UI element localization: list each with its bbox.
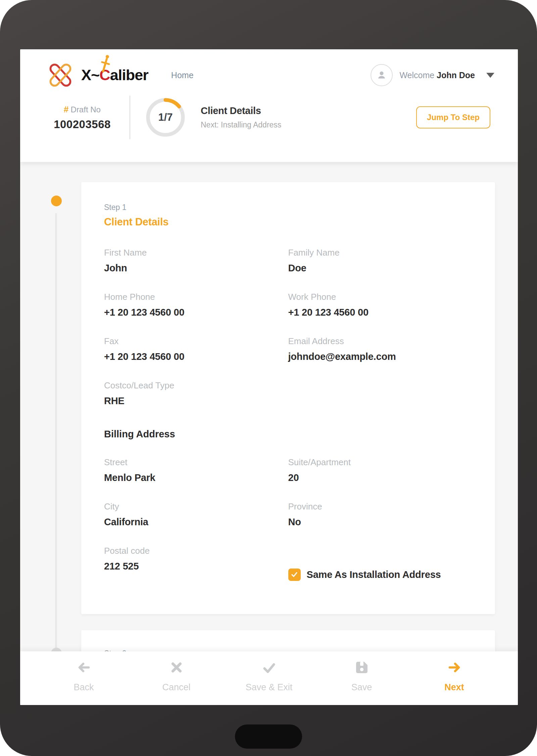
step1-label: Step 1 [104, 203, 472, 212]
user-name: John Doe [437, 70, 475, 80]
field-home-phone[interactable]: Home Phone +1 20 123 4560 00 [104, 292, 288, 318]
wizard-content: Step 1 Client Details First Name John Fa… [20, 162, 518, 705]
field-city[interactable]: City California [104, 501, 288, 528]
home-button-slot[interactable] [235, 724, 302, 749]
wizard-toolbar: Back Cancel Save & Exit S [20, 651, 518, 705]
brand-logo: X~Caliber [44, 62, 148, 88]
timeline-dot-step1 [51, 196, 62, 206]
same-as-installation-label: Same As Installation Address [307, 569, 441, 580]
next-button[interactable]: Next [421, 659, 488, 705]
field-street[interactable]: Street Menlo Park [104, 457, 288, 483]
welcome-prefix: Welcome [399, 70, 434, 80]
next-step-hint: Next: Installing Address [201, 120, 281, 129]
step1-card: Step 1 Client Details First Name John Fa… [81, 182, 495, 614]
same-as-installation-checkbox[interactable] [288, 569, 301, 581]
draft-label: #Draft No [47, 104, 117, 115]
grid-spacer [288, 380, 473, 425]
draft-number-block: #Draft No 100203568 [47, 104, 117, 131]
field-postal-code[interactable]: Postal code 212 525 [104, 546, 288, 572]
current-step-title: Client Details [201, 105, 281, 116]
billing-fields-grid: Street Menlo Park Suite/Apartment 20 Cit… [104, 457, 472, 590]
timeline-line [55, 213, 57, 705]
progress-ring: 1/7 [145, 97, 186, 138]
field-province[interactable]: Province No [288, 501, 473, 528]
client-fields-grid: First Name John Family Name Doe Home Pho… [104, 248, 472, 425]
field-family-name[interactable]: Family Name Doe [288, 248, 473, 274]
step1-title: Client Details [104, 216, 472, 228]
check-icon [261, 659, 278, 676]
progress-header: #Draft No 100203568 1/7 Client Details N… [20, 90, 518, 139]
user-menu[interactable]: Welcome John Doe [371, 64, 494, 86]
brand-part3: aliber [110, 66, 148, 84]
checkmark-icon [290, 571, 298, 579]
field-first-name[interactable]: First Name John [104, 248, 288, 274]
app-screen: X~Caliber Home Welcome John Doe [20, 49, 518, 705]
avatar [371, 64, 393, 86]
save-and-exit-button[interactable]: Save & Exit [236, 659, 303, 705]
cancel-x-icon [168, 659, 185, 676]
draft-number: 100203568 [47, 118, 117, 131]
save-button[interactable]: Save [328, 659, 395, 705]
brand-c-with-sword: C [99, 66, 110, 84]
floppy-disk-icon [353, 659, 370, 676]
brand-wordmark: X~Caliber [81, 66, 148, 84]
welcome-text: Welcome John Doe [399, 70, 475, 80]
vertical-divider [130, 96, 130, 139]
field-fax[interactable]: Fax +1 20 123 4560 00 [104, 336, 288, 362]
current-step-meta: Client Details Next: Installing Address [201, 105, 281, 129]
top-nav-bar: X~Caliber Home Welcome John Doe [20, 49, 518, 90]
field-costco-lead-type[interactable]: Costco/Lead Type RHE [104, 380, 288, 407]
billing-address-heading: Billing Address [104, 429, 472, 440]
nav-home[interactable]: Home [171, 70, 194, 80]
chevron-down-icon[interactable] [486, 73, 494, 78]
hash-icon: # [64, 104, 68, 114]
next-arrow-icon [446, 659, 463, 676]
brand-butterfly-icon [44, 62, 77, 88]
cancel-button[interactable]: Cancel [143, 659, 210, 705]
brand-part1: X~ [81, 66, 99, 84]
step-fraction: 1/7 [145, 97, 186, 138]
field-email[interactable]: Email Address johndoe@example.com [288, 336, 473, 362]
field-work-phone[interactable]: Work Phone +1 20 123 4560 00 [288, 292, 473, 318]
same-as-installation-row: Same As Installation Address [288, 559, 473, 590]
app-header: X~Caliber Home Welcome John Doe [20, 49, 518, 162]
back-arrow-icon [76, 659, 92, 676]
jump-to-step-button[interactable]: Jump To Step [416, 106, 490, 128]
tablet-frame: X~Caliber Home Welcome John Doe [0, 0, 537, 756]
person-icon [376, 69, 388, 81]
field-suite-apartment[interactable]: Suite/Apartment 20 [288, 457, 473, 483]
back-button[interactable]: Back [50, 659, 117, 705]
